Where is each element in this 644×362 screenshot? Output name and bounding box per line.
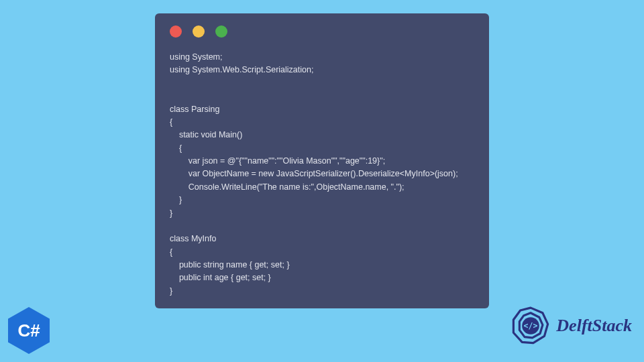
- maximize-icon[interactable]: [215, 25, 227, 38]
- minimize-icon[interactable]: [193, 25, 205, 38]
- code-block: using System; using System.Web.Script.Se…: [170, 51, 474, 298]
- code-window: using System; using System.Web.Script.Se…: [155, 13, 489, 308]
- window-controls: [170, 25, 474, 38]
- delftstack-logo: </> DelftStack: [509, 304, 632, 347]
- svg-text:</>: </>: [524, 321, 538, 330]
- gear-code-icon: </>: [509, 304, 552, 347]
- csharp-logo: C#: [8, 307, 50, 354]
- close-icon[interactable]: [170, 25, 182, 38]
- hexagon-icon: C#: [8, 307, 50, 354]
- delftstack-label: DelftStack: [556, 316, 632, 336]
- csharp-label: C#: [17, 320, 40, 341]
